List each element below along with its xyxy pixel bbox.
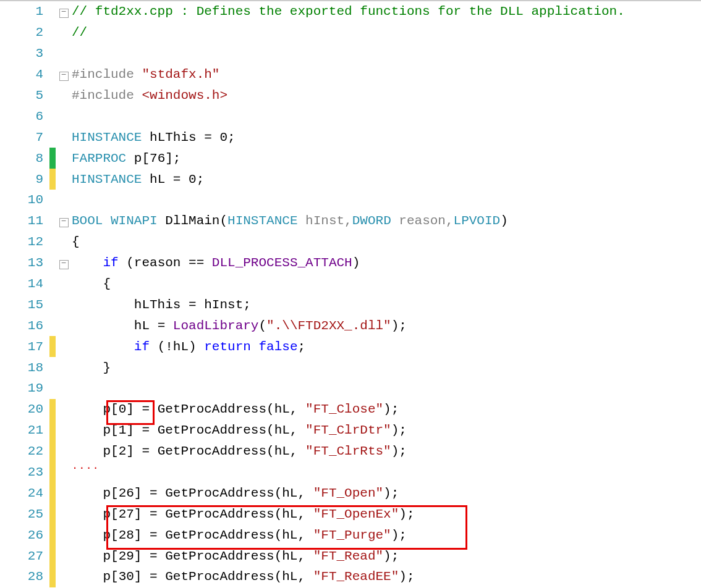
- line-number: 17: [0, 340, 49, 354]
- code-line[interactable]: 23 ....: [0, 462, 701, 483]
- code-editor[interactable]: 1 // ftd2xx.cpp : Defines the exported f…: [0, 0, 701, 587]
- indent: [72, 319, 134, 333]
- diff-margin-modified: [49, 441, 56, 462]
- diff-margin-modified: [49, 336, 56, 357]
- code-text[interactable]: {: [72, 277, 111, 291]
- code-text[interactable]: FARPROC p[76];: [72, 151, 181, 166]
- code-line[interactable]: 18 }: [0, 357, 701, 378]
- indent: [72, 569, 103, 584]
- string-token: <windows.h>: [142, 88, 227, 103]
- code-line[interactable]: 28 p[30] = GetProcAddress(hL, "FT_ReadEE…: [0, 566, 701, 587]
- fold-toggle-icon[interactable]: [59, 260, 69, 269]
- code-line[interactable]: 15 hLThis = hInst;: [0, 294, 701, 315]
- code-line[interactable]: 9 HINSTANCE hL = 0;: [0, 169, 701, 190]
- line-number: 8: [0, 151, 49, 166]
- code-line[interactable]: 4 #include "stdafx.h": [0, 64, 701, 85]
- type-token: HINSTANCE: [72, 172, 150, 187]
- plain-token: );: [391, 423, 407, 437]
- code-line[interactable]: 2 //: [0, 22, 701, 43]
- code-line[interactable]: 24 p[26] = GetProcAddress(hL, "FT_Open")…: [0, 482, 701, 503]
- indent: [72, 444, 103, 458]
- code-text[interactable]: hL = LoadLibrary(".\\FTD2XX_.dll");: [72, 319, 407, 333]
- code-line[interactable]: 21 p[1] = GetProcAddress(hL, "FT_ClrDtr"…: [0, 420, 701, 441]
- code-text[interactable]: HINSTANCE hLThis = 0;: [72, 130, 236, 145]
- string-token: "FT_ReadEE": [313, 569, 399, 584]
- keyword-token: if: [134, 340, 158, 354]
- code-text[interactable]: hLThis = hInst;: [72, 298, 251, 312]
- plain-token: p[27] = GetProcAddress(hL,: [103, 507, 313, 521]
- plain-token: {: [72, 235, 80, 249]
- keyword-token: if: [103, 256, 126, 270]
- code-line[interactable]: 8 FARPROC p[76];: [0, 148, 701, 169]
- line-number: 11: [0, 214, 49, 228]
- plain-token: );: [391, 319, 407, 333]
- diff-margin: [49, 315, 56, 336]
- code-text[interactable]: //: [72, 25, 87, 40]
- fold-toggle-icon[interactable]: [59, 9, 69, 18]
- type-token: BOOL: [72, 214, 111, 228]
- code-text[interactable]: p[27] = GetProcAddress(hL, "FT_OpenEx");: [72, 507, 415, 521]
- code-line[interactable]: 3: [0, 43, 701, 64]
- code-line[interactable]: 5 #include <windows.h>: [0, 85, 701, 106]
- fold-margin[interactable]: [56, 68, 72, 82]
- code-text[interactable]: p[2] = GetProcAddress(hL, "FT_ClrRts");: [72, 444, 407, 458]
- code-text[interactable]: if (reason == DLL_PROCESS_ATTACH): [72, 256, 360, 270]
- code-line[interactable]: 16 hL = LoadLibrary(".\\FTD2XX_.dll");: [0, 315, 701, 336]
- code-line[interactable]: 6: [0, 106, 701, 127]
- code-line[interactable]: 7 HINSTANCE hLThis = 0;: [0, 127, 701, 148]
- line-number: 7: [0, 130, 49, 145]
- code-text[interactable]: p[1] = GetProcAddress(hL, "FT_ClrDtr");: [72, 423, 407, 437]
- diff-margin: [49, 127, 56, 148]
- code-text[interactable]: BOOL WINAPI DllMain(HINSTANCE hInst,DWOR…: [72, 214, 508, 228]
- fold-margin[interactable]: [56, 214, 72, 228]
- code-text[interactable]: // ftd2xx.cpp : Defines the exported fun…: [72, 4, 625, 19]
- type-token: DWORD: [352, 214, 399, 228]
- plain-token: );: [383, 486, 399, 500]
- fold-margin[interactable]: [56, 5, 72, 19]
- code-text[interactable]: p[0] = GetProcAddress(hL, "FT_Close");: [72, 402, 399, 416]
- line-number: 27: [0, 549, 49, 563]
- macro-token: #include: [72, 67, 142, 82]
- code-line[interactable]: 19: [0, 378, 701, 399]
- diff-margin-modified: [49, 503, 56, 524]
- code-line[interactable]: 17 if (!hL) return false;: [0, 336, 701, 357]
- code-text[interactable]: {: [72, 235, 80, 249]
- plain-token: p[76];: [134, 151, 181, 166]
- code-line[interactable]: 1 // ftd2xx.cpp : Defines the exported f…: [0, 1, 701, 22]
- code-line[interactable]: 13 if (reason == DLL_PROCESS_ATTACH): [0, 253, 701, 274]
- fold-toggle-icon[interactable]: [59, 72, 69, 81]
- code-text[interactable]: #include "stdafx.h": [72, 67, 219, 82]
- code-line[interactable]: 10: [0, 190, 701, 211]
- code-line[interactable]: 22 p[2] = GetProcAddress(hL, "FT_ClrRts"…: [0, 441, 701, 462]
- line-number: 18: [0, 361, 49, 375]
- keyword-token: return: [204, 340, 258, 354]
- type-token: HINSTANCE: [227, 214, 305, 228]
- plain-token: ): [500, 214, 508, 228]
- string-token: "FT_ClrRts": [305, 444, 391, 458]
- string-token: "FT_Purge": [313, 528, 391, 542]
- code-text[interactable]: p[30] = GetProcAddress(hL, "FT_ReadEE");: [72, 569, 415, 584]
- plain-token: );: [391, 528, 407, 542]
- fold-toggle-icon[interactable]: [59, 218, 69, 227]
- code-text[interactable]: }: [72, 361, 111, 375]
- code-text[interactable]: HINSTANCE hL = 0;: [72, 172, 204, 187]
- code-line[interactable]: 25 p[27] = GetProcAddress(hL, "FT_OpenEx…: [0, 503, 701, 524]
- code-text[interactable]: p[28] = GetProcAddress(hL, "FT_Purge");: [72, 528, 407, 542]
- code-line[interactable]: 14 {: [0, 274, 701, 295]
- code-line[interactable]: 27 p[29] = GetProcAddress(hL, "FT_Read")…: [0, 545, 701, 566]
- plain-token: p[2] = GetProcAddress(hL,: [103, 444, 305, 458]
- code-text[interactable]: #include <windows.h>: [72, 88, 227, 103]
- code-line[interactable]: 20 p[0] = GetProcAddress(hL, "FT_Close")…: [0, 399, 701, 420]
- code-text[interactable]: if (!hL) return false;: [72, 340, 305, 354]
- code-line[interactable]: 11 BOOL WINAPI DllMain(HINSTANCE hInst,D…: [0, 211, 701, 232]
- code-line[interactable]: 26 p[28] = GetProcAddress(hL, "FT_Purge"…: [0, 524, 701, 545]
- code-text[interactable]: p[29] = GetProcAddress(hL, "FT_Read");: [72, 549, 399, 563]
- code-text[interactable]: p[26] = GetProcAddress(hL, "FT_Open");: [72, 486, 399, 500]
- code-line[interactable]: 12 {: [0, 232, 701, 253]
- plain-token: ;: [298, 340, 306, 354]
- fold-margin[interactable]: [56, 256, 72, 270]
- code-text[interactable]: ....: [72, 465, 100, 479]
- diff-margin: [49, 357, 56, 378]
- plain-token: );: [399, 507, 414, 521]
- diff-margin-modified: [49, 399, 56, 420]
